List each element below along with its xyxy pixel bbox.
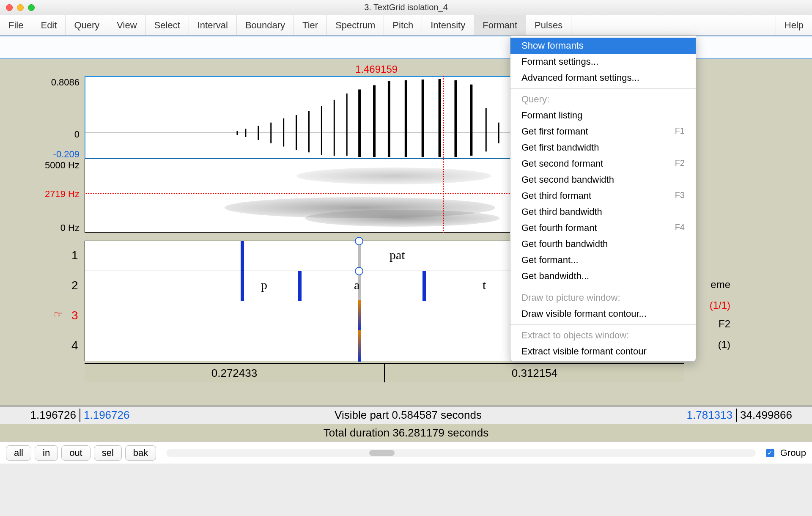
formant-menu-dropdown: Show formants Formant settings... Advanc… <box>510 36 696 362</box>
tier-fraction: (1/1) <box>710 299 730 311</box>
interval-text: a <box>354 278 359 292</box>
menubar: File Edit Query View Select Interval Bou… <box>0 15 812 36</box>
window-end-in[interactable]: 1.781313 <box>687 409 736 422</box>
menuitem-get-formant[interactable]: Get formant... <box>510 252 696 268</box>
boundary[interactable] <box>241 271 244 301</box>
tier-right-label: eme <box>710 279 730 291</box>
footer: all in out sel bak ✓ Group <box>0 442 812 464</box>
insertion-circle-icon[interactable] <box>355 237 363 245</box>
menuitem-get-second-bandwidth[interactable]: Get second bandwidth <box>510 172 696 188</box>
menuitem-get-fourth-bandwidth[interactable]: Get fourth bandwidth <box>510 236 696 252</box>
zoom-out-button[interactable]: out <box>61 445 91 461</box>
menu-formant[interactable]: Formant <box>474 15 526 35</box>
menu-edit[interactable]: Edit <box>32 15 66 35</box>
tier-right-label: (1) <box>718 339 730 351</box>
menuitem-get-third-bandwidth[interactable]: Get third bandwidth <box>510 204 696 220</box>
menu-pulses[interactable]: Pulses <box>526 15 571 35</box>
menuitem-get-first-bandwidth[interactable]: Get first bandwidth <box>510 140 696 156</box>
wave-max-label: 0.8086 <box>0 77 80 88</box>
tier-number: 4 <box>71 339 78 352</box>
menuitem-header-extract: Extract to objects window: <box>510 327 696 343</box>
interval-text: p <box>261 278 267 292</box>
spec-cursor-label: 2719 Hz <box>0 189 80 200</box>
visible-part-label[interactable]: Visible part 0.584587 seconds <box>129 409 686 422</box>
menu-query[interactable]: Query <box>66 15 108 35</box>
menuitem-extract-visible-formant-contour[interactable]: Extract visible formant contour <box>510 343 696 360</box>
timebars: 1.196726 1.196726 Visible part 0.584587 … <box>0 406 812 442</box>
spec-min-label: 0 Hz <box>0 222 80 233</box>
interval-text: t <box>483 278 486 292</box>
scrollbar-thumb[interactable] <box>369 450 395 456</box>
left-rulers: 0.8086 0 -0.209 5000 Hz 2719 Hz 0 Hz <box>0 59 85 406</box>
menuitem-advanced-formant-settings[interactable]: Advanced formant settings... <box>510 70 696 86</box>
zoom-all-button[interactable]: all <box>6 445 31 461</box>
menu-pitch[interactable]: Pitch <box>384 15 422 35</box>
wave-zero-label: 0 <box>0 129 80 140</box>
boundary[interactable] <box>422 271 426 301</box>
window-end-out[interactable]: 34.499866 <box>736 409 812 422</box>
menuitem-draw-visible-formant-contour[interactable]: Draw visible formant contour... <box>510 306 696 322</box>
interval-text: pat <box>390 248 405 262</box>
menu-intensity[interactable]: Intensity <box>422 15 474 35</box>
window-start-in[interactable]: 1.196726 <box>80 409 129 422</box>
menu-tier[interactable]: Tier <box>294 15 327 35</box>
zoom-back-button[interactable]: bak <box>125 445 156 461</box>
menuitem-get-third-formant[interactable]: Get third formantF3 <box>510 188 696 204</box>
insertion-circle-icon[interactable] <box>355 267 363 275</box>
menuitem-get-fourth-formant[interactable]: Get fourth formantF4 <box>510 220 696 236</box>
tier-right-label: F2 <box>719 318 730 330</box>
group-checkbox[interactable]: ✓ <box>766 449 774 457</box>
menu-interval[interactable]: Interval <box>189 15 237 35</box>
zoom-sel-button[interactable]: sel <box>94 445 122 461</box>
boundary[interactable] <box>298 271 302 301</box>
titlebar: 3. TextGrid isolation_4 <box>0 0 812 15</box>
menuitem-get-first-formant[interactable]: Get first formantF1 <box>510 124 696 140</box>
time-cursor[interactable] <box>443 76 444 233</box>
menu-boundary[interactable]: Boundary <box>237 15 294 35</box>
tier-number: 3 <box>71 309 78 322</box>
horizontal-scrollbar[interactable] <box>166 449 756 457</box>
boundary[interactable] <box>241 241 244 271</box>
zoom-in-button[interactable]: in <box>35 445 58 461</box>
menuitem-get-bandwidth[interactable]: Get bandwidth... <box>510 268 696 284</box>
menu-help[interactable]: Help <box>776 15 812 35</box>
cursor-mark[interactable] <box>358 300 361 332</box>
pointing-hand-icon: ☞ <box>54 309 63 321</box>
menuitem-formant-listing[interactable]: Formant listing <box>510 107 696 124</box>
group-label: Group <box>780 447 806 458</box>
menuitem-header-query: Query: <box>510 91 696 107</box>
menu-select[interactable]: Select <box>146 15 189 35</box>
canvas[interactable]: 1.469159 <box>85 59 812 406</box>
total-duration-label[interactable]: Total duration 36.281179 seconds <box>324 426 488 439</box>
wave-min-label: -0.209 <box>0 149 80 160</box>
selection-right-dur[interactable]: 0.312154 <box>385 364 684 382</box>
menuitem-formant-settings[interactable]: Formant settings... <box>510 54 696 70</box>
window-start-out[interactable]: 1.196726 <box>0 409 80 422</box>
cursor-mark[interactable] <box>358 330 361 362</box>
menu-spectrum[interactable]: Spectrum <box>327 15 384 35</box>
tier-number: 2 <box>71 279 78 292</box>
window-title: 3. TextGrid isolation_4 <box>0 3 812 12</box>
menuitem-header-draw: Draw to picture window: <box>510 290 696 306</box>
cursor-time-label: 1.469159 <box>355 63 398 75</box>
selection-left-dur[interactable]: 0.272433 <box>85 364 385 382</box>
menu-file[interactable]: File <box>0 15 32 35</box>
menuitem-show-formants[interactable]: Show formants <box>510 38 696 54</box>
tier-number: 1 <box>71 249 78 262</box>
menuitem-get-second-formant[interactable]: Get second formantF2 <box>510 156 696 172</box>
spec-max-label: 5000 Hz <box>0 160 80 171</box>
menu-view[interactable]: View <box>108 15 145 35</box>
